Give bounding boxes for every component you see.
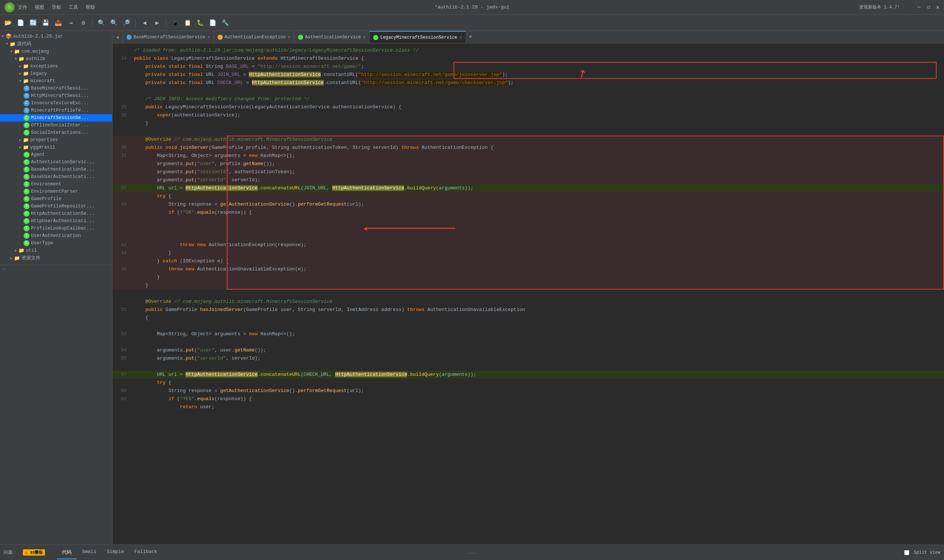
code-line-51b: { [113,314,944,322]
minecraft-toggle[interactable]: ▼ [19,79,22,83]
update-notice[interactable]: 发现新版本 1.4.7! [859,4,900,10]
env-parser-icon: C [23,189,29,194]
minecraft-profile-label[interactable]: MinecraftProfileTe... [31,108,89,113]
environment-label[interactable]: Environment [31,182,62,187]
tab-auth-exception[interactable]: AuthenticationException ✕ [214,31,294,43]
agent-label[interactable]: Agent [31,152,45,157]
exceptions-label[interactable]: exceptions [30,64,58,69]
sidebar: ▼ 📦 authlib-2.1.28.jar ▼ 📁 源代码 ▼ 📁 com.m… [0,31,113,545]
export-button[interactable]: 📤 [53,18,63,28]
settings-button[interactable]: 🔧 [220,18,230,28]
code-area[interactable]: /* loaded from: authlib-2.1.28.jar:com/m… [113,43,944,545]
resources-toggle[interactable]: ▶ [10,256,12,260]
base-auth-icon: C [23,166,29,172]
tab-simple[interactable]: Simple [102,546,129,559]
code-line-empty5 [113,338,944,346]
tab-code[interactable]: 代码 [57,546,77,559]
base-minecraft-icon: C [23,86,29,91]
menu-view[interactable]: 视图 [35,4,44,11]
reload-button[interactable]: 🔄 [28,18,39,28]
yggdrasil-toggle[interactable]: ▶ [19,145,22,149]
base-minecraft-label[interactable]: BaseMinecraftSessi... [31,86,89,91]
open-button[interactable]: 📂 [3,18,13,28]
properties-label[interactable]: properties [30,137,58,143]
tab-smali[interactable]: Smali [77,546,102,559]
source-toggle[interactable]: ▼ [6,42,8,46]
tab-overflow-button[interactable]: ▼ [466,34,475,40]
env-parser-label[interactable]: EnvironmentParser [31,189,78,194]
game-profile-repo-label[interactable]: GameProfileRepositor... [31,204,95,209]
warning-icon: ⚠ [25,551,28,555]
minimize-button[interactable]: − [917,4,921,11]
maximize-button[interactable]: ◻ [927,4,930,11]
yggdrasil-label[interactable]: yggdrasil [30,145,55,150]
tab-base-minecraft[interactable]: BaseMinecraftSessionService ✕ [123,31,214,43]
split-view-checkbox[interactable] [904,550,909,555]
authlib-toggle[interactable]: ▼ [15,57,17,61]
http-auth-label[interactable]: HttpAuthenticationSe... [31,211,95,216]
mojang-toggle[interactable]: ▼ [10,50,12,54]
log-button[interactable]: 📄 [208,18,218,28]
tab-legacy-minecraft[interactable]: LegacyMinecraftSessionService ✕ [370,31,466,43]
user-type-label[interactable]: UserType [31,241,53,246]
yggdrasil-icon: 📁 [23,145,29,150]
code-line-30: 30 public void joinServer(GameProfile pr… [113,144,944,152]
tab-close-auth-exception[interactable]: ✕ [288,35,291,39]
game-profile-label[interactable]: GameProfile [31,196,62,202]
sidebar-toggle-button[interactable]: ◀ [113,31,123,43]
tab-auth-service[interactable]: AuthenticationService ✕ [294,31,370,43]
advanced-search-button[interactable]: 🔎 [121,18,132,28]
offline-social-label[interactable]: OfflineSocialInter... [31,123,89,128]
bottom-right: Split view [904,550,940,555]
main-activity-button[interactable]: 📱 [170,18,180,28]
forward-button[interactable]: ▶ [152,18,162,28]
minecraft-label[interactable]: minecraft [30,78,55,84]
exceptions-toggle[interactable]: ▶ [19,64,22,69]
insecure-label[interactable]: InsecureTextureExc... [31,101,89,106]
menu-tools[interactable]: 工具 [69,4,78,11]
auth-service-label[interactable]: AuthenticationServic... [31,160,95,165]
legacy-toggle[interactable]: ▶ [19,71,22,76]
properties-toggle[interactable]: ▶ [19,138,22,142]
legacy-label[interactable]: legacy [30,71,47,76]
menu-help[interactable]: 帮助 [86,4,95,11]
profile-lookup-label[interactable]: ProfileLookupCallbac... [31,226,95,231]
tab-close-auth-service[interactable]: ✕ [363,35,366,39]
search-button[interactable]: 🔍 [96,18,106,28]
add-file-button[interactable]: 📄 [15,18,26,28]
http-minecraft-icon: C [23,93,29,99]
code-line-put-user: arguments.put("user", profile.getName())… [113,160,944,168]
decompile-button[interactable]: ⚙ [78,18,88,28]
save-button[interactable]: 💾 [40,18,51,28]
base-user-label[interactable]: BaseUserAuthenticati... [31,174,95,179]
code-line-catch: } catch (IOException e) { [113,257,944,265]
base-auth-label[interactable]: BaseAuthenticationSe... [31,167,95,172]
http-user-label[interactable]: HttpUserAuthenticati... [31,218,95,224]
back-button[interactable]: ◀ [139,18,150,28]
close-button[interactable]: ✕ [936,4,939,11]
mojang-label[interactable]: com.mojang [22,49,49,54]
code-line-close-catch: } [113,273,944,282]
social-interactions-label[interactable]: SocialInteractions... [31,130,89,135]
source-label[interactable]: 源代码 [17,41,31,47]
dots-indicator[interactable]: ··· [467,551,477,556]
sidebar-jar-toggle[interactable]: ▼ [2,34,4,39]
find-button[interactable]: 🔍 [109,18,119,28]
util-toggle[interactable]: ▶ [15,248,17,253]
tab-close-legacy-minecraft[interactable]: ✕ [460,35,462,40]
sidebar-root-label[interactable]: authlib-2.1.28.jar [13,34,63,39]
user-auth-label[interactable]: UserAuthentication [31,233,81,238]
environment-icon: I [23,181,29,187]
util-label[interactable]: util [26,248,37,253]
http-minecraft-label[interactable]: HttpMinecraftSessi... [31,93,89,98]
resources-label[interactable]: 资源文件 [22,255,40,261]
menu-file[interactable]: 文件 [18,4,27,11]
bug-button[interactable]: 🐛 [195,18,205,28]
tab-close-base-minecraft[interactable]: ✕ [207,35,210,39]
tab-fallback[interactable]: Fallback [129,546,162,559]
indent-button[interactable]: ⇥ [66,18,76,28]
menu-nav[interactable]: 导航 [52,4,61,11]
authlib-label[interactable]: authlib [26,56,45,62]
class-button[interactable]: 📋 [182,18,193,28]
minecraft-session-label[interactable]: MinecraftSessionSe... [31,115,89,120]
